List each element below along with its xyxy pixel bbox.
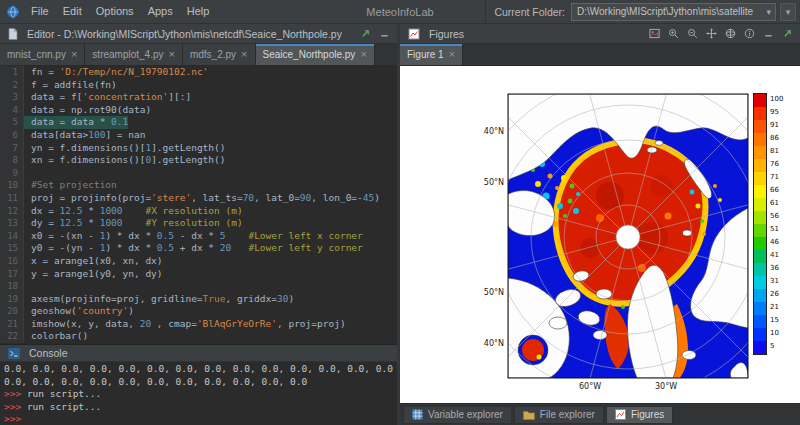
code-line: 9 <box>0 167 397 180</box>
save-image-icon[interactable] <box>647 27 661 41</box>
current-folder-combobox[interactable]: D:\Working\MIScript\Jython\mis\satellite… <box>571 3 776 21</box>
tab-close-icon[interactable]: × <box>71 49 77 60</box>
code-line: 21imshow(x, y, data, 20 , cmap='BlAqGrYe… <box>0 318 397 331</box>
colorbar-tick-label: 95 <box>770 106 783 119</box>
editor-panel-header: Editor - D:\Working\MIScript\Jython\mis\… <box>0 24 397 44</box>
code-text: geoshow('country') <box>24 305 134 318</box>
figures-minimize-icon[interactable] <box>761 27 775 41</box>
code-line: 22colorbar() <box>0 330 397 343</box>
colorbar-swatch <box>754 224 766 237</box>
console-line: 0.0, 0.0, 0.0, 0.0, 0.0, 0.0, 0.0, 0.0, … <box>4 376 393 389</box>
menu-item-options[interactable]: Options <box>89 0 141 23</box>
colorbar-tick-label: 10 <box>770 327 783 340</box>
colorbar-tick-label: 100 <box>770 93 783 106</box>
colorbar-swatch <box>754 120 766 133</box>
console-output[interactable]: 0.0, 0.0, 0.0, 0.0, 0.0, 0.0, 0.0, 0.0, … <box>0 362 397 425</box>
tab-figures[interactable]: Figures <box>606 406 673 424</box>
tab-close-icon[interactable]: × <box>360 49 366 60</box>
code-text: data = np.rot90(data) <box>24 104 151 117</box>
toolbar-overflow-button[interactable]: ▾ <box>780 3 796 21</box>
line-number: 8 <box>0 154 24 167</box>
line-number: 11 <box>0 192 24 205</box>
code-text: y0 = -(yn - 1) * dx * 0.5 + dx * 20 #Low… <box>24 242 363 255</box>
tab-label: Figures <box>631 409 664 420</box>
code-text: imshow(x, y, data, 20 , cmap='BlAqGrYeOr… <box>24 318 346 331</box>
colorbar-tick-label: 81 <box>770 145 783 158</box>
info-icon[interactable] <box>742 27 756 41</box>
code-editor[interactable]: 1fn = 'D:/Temp/nc/N_19790102.nc'2f = add… <box>0 66 397 344</box>
line-number: 18 <box>0 280 24 293</box>
menu-item-apps[interactable]: Apps <box>141 0 180 23</box>
code-text: axesm(projinfo=proj, gridline=True, grid… <box>24 293 294 306</box>
colorbar-swatch <box>754 159 766 172</box>
colorbar-tick-label: 21 <box>770 301 783 314</box>
menu-item-file[interactable]: File <box>24 0 56 23</box>
colorbar-tick-label: 46 <box>770 236 783 249</box>
console-icon <box>8 348 20 359</box>
full-extent-icon[interactable] <box>723 27 737 41</box>
menubar-menus: FileEditOptionsAppsHelp <box>24 0 216 23</box>
tab-file-explorer[interactable]: File explorer <box>514 406 604 424</box>
line-number: 14 <box>0 230 24 243</box>
code-text: y = arange1(y0, yn, dy) <box>24 268 163 281</box>
editor-tab-Seaice_Northpole.py[interactable]: Seaice_Northpole.py× <box>256 44 375 65</box>
tab-label: Variable explorer <box>428 409 503 420</box>
line-number: 22 <box>0 330 24 343</box>
code-text: data[data>100] = nan <box>24 129 145 142</box>
code-line: 7yn = f.dimensions()[1].getLength() <box>0 142 397 155</box>
code-line: 20geoshow('country') <box>0 305 397 318</box>
colorbar-tick-label: 51 <box>770 223 783 236</box>
colorbar-swatch <box>754 146 766 159</box>
code-line: 1fn = 'D:/Temp/nc/N_19790102.nc' <box>0 66 397 79</box>
code-line: 16x = arange1(x0, xn, dx) <box>0 255 397 268</box>
tab-close-icon[interactable]: × <box>169 49 175 60</box>
editor-float-icon[interactable] <box>358 27 372 41</box>
editor-tab-streamplot_4.py[interactable]: streamplot_4.py× <box>85 44 183 65</box>
tab-label: mdfs_2.py <box>190 49 236 60</box>
figure-canvas[interactable]: 40°N 50°N 50°N 40°N 60°W 30°W 1009591868… <box>400 66 800 403</box>
chart-icon <box>615 409 626 420</box>
code-text <box>24 167 31 180</box>
colorbar-tick-label: 5 <box>770 340 783 353</box>
colorbar-tick-label: 41 <box>770 249 783 262</box>
figure-tab[interactable]: Figure 1 × <box>400 44 463 65</box>
table-icon <box>412 409 423 420</box>
line-number: 7 <box>0 142 24 155</box>
land-island <box>655 141 663 146</box>
land-island <box>549 317 567 329</box>
current-folder-value: D:\Working\MIScript\Jython\mis\satellite <box>577 6 753 17</box>
colorbar-tick-label: 86 <box>770 132 783 145</box>
zoom-in-icon[interactable] <box>666 27 680 41</box>
colorbar-tick-label: 56 <box>770 210 783 223</box>
line-number: 1 <box>0 66 24 79</box>
editor-minimize-icon[interactable] <box>377 27 391 41</box>
tab-label: Seaice_Northpole.py <box>263 49 356 60</box>
line-number: 13 <box>0 217 24 230</box>
tab-variable-explorer[interactable]: Variable explorer <box>403 406 512 424</box>
lat-label: 50°N <box>484 178 504 187</box>
colorbar-swatch <box>754 263 766 276</box>
explorer-tabbar: Variable explorer File explorer Figures <box>400 403 800 425</box>
editor-tab-mnist_cnn.py[interactable]: mnist_cnn.py× <box>0 44 85 65</box>
editor-tab-mdfs_2.py[interactable]: mdfs_2.py× <box>183 44 256 65</box>
figures-float-icon[interactable] <box>780 27 794 41</box>
code-line: 15y0 = -(yn - 1) * dx * 0.5 + dx * 20 #L… <box>0 242 397 255</box>
tab-close-icon[interactable]: × <box>241 49 247 60</box>
arctic-sea-ice-map[interactable]: 40°N 50°N 50°N 40°N 60°W 30°W <box>400 66 800 403</box>
code-text: #Set projection <box>24 179 117 192</box>
colorbar-tick-label: 26 <box>770 288 783 301</box>
console-panel-title: Console <box>29 347 68 359</box>
code-line: 4data = np.rot90(data) <box>0 104 397 117</box>
menu-item-edit[interactable]: Edit <box>56 0 89 23</box>
code-text: xn = f.dimensions()[0].getLength() <box>24 154 225 167</box>
current-folder-label: Current Folder: <box>494 6 565 18</box>
figure-tab-label: Figure 1 <box>407 49 444 60</box>
line-number: 20 <box>0 305 24 318</box>
pan-icon[interactable] <box>704 27 718 41</box>
combo-dropdown-icon[interactable]: ▾ <box>764 7 773 17</box>
figure-tab-close-icon[interactable]: × <box>449 49 455 60</box>
line-number: 2 <box>0 79 24 92</box>
menu-item-help[interactable]: Help <box>180 0 217 23</box>
zoom-out-icon[interactable] <box>685 27 699 41</box>
code-line: 18 <box>0 280 397 293</box>
